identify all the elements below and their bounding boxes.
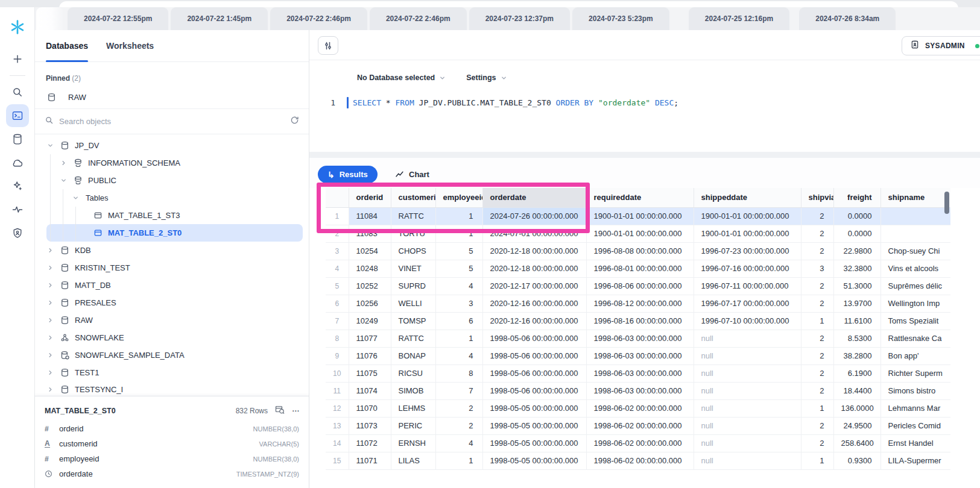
cell-requireddate[interactable]: 1998-06-03 00:00:00.000: [586, 364, 694, 382]
table-row[interactable]: 510252SUPRD42020-12-17 00:00:00.0001996-…: [326, 277, 950, 295]
databases-icon[interactable]: [6, 128, 29, 151]
cell-freight[interactable]: 6.1900: [833, 364, 880, 382]
preview-data-icon[interactable]: [275, 405, 285, 416]
cell-shipvia[interactable]: 2: [801, 277, 833, 295]
column-row-orderid[interactable]: #orderidNUMBER(38,0): [35, 421, 309, 436]
cell-customerid[interactable]: LEHMS: [391, 399, 435, 417]
cell-shippeddate[interactable]: 1996-07-16 00:00:00.000: [694, 260, 801, 277]
chevron-right-icon[interactable]: [47, 369, 60, 376]
cell-customerid[interactable]: RATTC: [391, 207, 435, 225]
cell-employeeid[interactable]: 6: [435, 312, 482, 330]
cell-freight[interactable]: 13.9700: [833, 295, 880, 312]
cell-freight[interactable]: 32.3800: [833, 260, 880, 277]
cell-employeeid[interactable]: 1: [435, 225, 482, 242]
cell-customerid[interactable]: TORTU: [391, 225, 435, 242]
cell-customerid[interactable]: RATTC: [391, 330, 435, 347]
cell-requireddate[interactable]: 1998-06-02 00:00:00.000: [586, 417, 694, 434]
chevron-right-icon[interactable]: [47, 334, 60, 341]
chevron-right-icon[interactable]: [47, 247, 60, 254]
cell-orderdate[interactable]: 2020-12-16 00:00:00.000: [482, 312, 586, 330]
cell-orderdate[interactable]: 1998-05-05 00:00:00.000: [482, 434, 586, 452]
cell-orderdate[interactable]: 2024-07-26 00:00:00.000: [482, 207, 586, 225]
tree-item-snowflake_sample_data[interactable]: SNOWFLAKE_SAMPLE_DATA: [35, 346, 309, 364]
column-header-customerid[interactable]: customerid: [391, 188, 435, 207]
cell-shipvia[interactable]: 2: [801, 434, 833, 452]
column-header-employeeid[interactable]: employeeid: [435, 188, 482, 207]
table-row[interactable]: 1511071LILAS11998-05-05 00:00:00.0001998…: [326, 452, 950, 469]
cell-orderid[interactable]: 10248: [349, 260, 391, 277]
column-header-orderid[interactable]: orderid: [349, 188, 391, 207]
cell-orderdate[interactable]: 1998-05-05 00:00:00.000: [482, 452, 586, 469]
results-table[interactable]: orderidcustomeridemployeeidorderdaterequ…: [326, 188, 950, 488]
cell-requireddate[interactable]: 1998-06-03 00:00:00.000: [586, 347, 694, 364]
cell-shipname[interactable]: Chop-suey Chi: [880, 242, 950, 260]
cell-freight[interactable]: 24.9500: [833, 417, 880, 434]
cell-orderdate[interactable]: 1998-05-06 00:00:00.000: [482, 330, 586, 347]
cell-employeeid[interactable]: 1: [435, 330, 482, 347]
vertical-scrollbar[interactable]: [944, 192, 949, 214]
column-header-shipname[interactable]: shipname: [880, 188, 950, 207]
cell-requireddate[interactable]: 1998-06-02 00:00:00.000: [586, 452, 694, 469]
worksheet-tab[interactable]: 2024-07-22 2:46pm: [370, 7, 467, 30]
cell-orderid[interactable]: 11076: [349, 347, 391, 364]
cell-requireddate[interactable]: 1998-06-02 00:00:00.000: [586, 399, 694, 417]
worksheet-tab[interactable]: 2024-07-22 1:45pm: [171, 7, 268, 30]
table-row[interactable]: 310254CHOPS52020-12-18 00:00:00.0001996-…: [326, 242, 950, 260]
cell-shipvia[interactable]: 1: [801, 452, 833, 469]
cell-shipname[interactable]: Wellington Imp: [880, 295, 950, 312]
chevron-right-icon[interactable]: [47, 264, 60, 271]
copilot-sparkles-icon[interactable]: [6, 175, 29, 198]
cell-requireddate[interactable]: 1998-06-03 00:00:00.000: [586, 330, 694, 347]
cell-shipvia[interactable]: 2: [801, 417, 833, 434]
cell-employeeid[interactable]: 1: [435, 452, 482, 469]
cell-shippeddate[interactable]: null: [694, 382, 801, 399]
cell-freight[interactable]: 136.0000: [833, 399, 880, 417]
column-row-orderdate[interactable]: orderdateTIMESTAMP_NTZ(9): [35, 466, 309, 481]
cell-employeeid[interactable]: 1: [435, 207, 482, 225]
cell-freight[interactable]: 51.3000: [833, 277, 880, 295]
cell-customerid[interactable]: ERNSH: [391, 434, 435, 452]
cell-customerid[interactable]: VINET: [391, 260, 435, 277]
cell-requireddate[interactable]: 1996-08-01 00:00:00.000: [586, 260, 694, 277]
cell-requireddate[interactable]: 1996-08-16 00:00:00.000: [586, 312, 694, 330]
cell-shipname[interactable]: Vins et alcools: [880, 260, 950, 277]
tab-worksheets[interactable]: Worksheets: [106, 30, 154, 61]
cell-freight[interactable]: 11.6100: [833, 312, 880, 330]
chevron-down-icon[interactable]: [60, 177, 74, 184]
cell-customerid[interactable]: SIMOB: [391, 382, 435, 399]
cell-orderid[interactable]: 11072: [349, 434, 391, 452]
table-row[interactable]: 410248VINET52020-12-18 00:00:00.0001996-…: [326, 260, 950, 277]
cell-requireddate[interactable]: 1998-06-02 00:00:00.000: [586, 434, 694, 452]
cell-orderdate[interactable]: 2020-12-18 00:00:00.000: [482, 242, 586, 260]
cell-shipname[interactable]: [880, 225, 950, 242]
cell-customerid[interactable]: WELLI: [391, 295, 435, 312]
cell-requireddate[interactable]: 1900-01-01 00:00:00.000: [586, 207, 694, 225]
worksheet-config-sliders-icon[interactable]: [318, 36, 338, 55]
cell-shipvia[interactable]: 2: [801, 225, 833, 242]
chevron-down-icon[interactable]: [47, 142, 60, 149]
tree-item-snowflake[interactable]: SNOWFLAKE: [35, 329, 309, 346]
tab-databases[interactable]: Databases: [46, 30, 88, 61]
column-row-customerid[interactable]: AcustomeridVARCHAR(5): [35, 436, 309, 451]
table-row[interactable]: 211083TORTU12024-07-01 00:00:00.0001900-…: [326, 225, 950, 242]
cell-orderid[interactable]: 11077: [349, 330, 391, 347]
column-row-employeeid[interactable]: #employeeidNUMBER(38,0): [35, 451, 309, 466]
cell-customerid[interactable]: LILAS: [391, 452, 435, 469]
table-row[interactable]: 111084RATTC12024-07-26 00:00:00.0001900-…: [326, 207, 950, 225]
cell-employeeid[interactable]: 4: [435, 434, 482, 452]
cell-shipvia[interactable]: 1: [801, 312, 833, 330]
cell-shipvia[interactable]: 2: [801, 364, 833, 382]
cell-shippeddate[interactable]: null: [694, 399, 801, 417]
cell-orderdate[interactable]: 2020-12-16 00:00:00.000: [482, 295, 586, 312]
tree-item-testsync_i[interactable]: TESTSYNC_I: [35, 381, 309, 396]
worksheet-tab[interactable]: 2024-07-22 12:55pm: [68, 7, 168, 30]
worksheet-tab[interactable]: 2024-07-22 2:46pm: [270, 7, 367, 30]
cell-shippeddate[interactable]: 1900-01-01 00:00:00.000: [694, 225, 801, 242]
cell-freight[interactable]: 18.4400: [833, 382, 880, 399]
tree-item-mat_table_1_st3[interactable]: MAT_TABLE_1_ST3: [35, 207, 309, 224]
cell-requireddate[interactable]: 1996-08-12 00:00:00.000: [586, 295, 694, 312]
cell-requireddate[interactable]: 1900-01-01 00:00:00.000: [586, 225, 694, 242]
cell-employeeid[interactable]: 8: [435, 364, 482, 382]
cell-shippeddate[interactable]: 1900-01-01 00:00:00.000: [694, 207, 801, 225]
cell-shipvia[interactable]: 2: [801, 347, 833, 364]
